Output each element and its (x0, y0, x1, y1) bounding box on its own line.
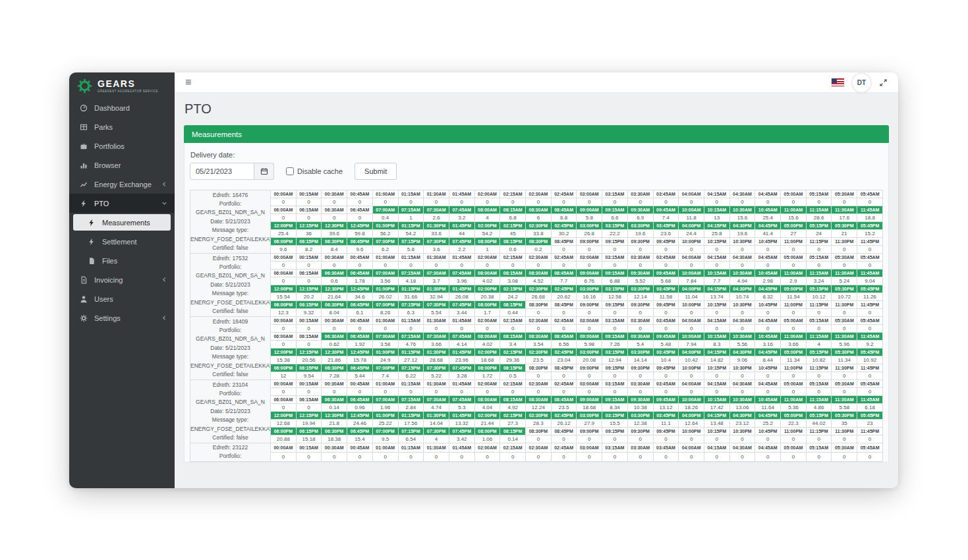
time-header-cell: 11:45AM (857, 206, 883, 214)
measurement-value-cell: 27 (781, 230, 807, 238)
time-header-cell: 00:30AM (322, 254, 347, 262)
measurement-value-cell: 4.74 (424, 404, 449, 412)
time-header-cell: 02:30AM (526, 380, 552, 388)
time-header-cell: 09:30PM (627, 301, 653, 309)
measurement-value-cell: 0 (271, 452, 297, 461)
time-header-cell: 07:00AM (372, 269, 398, 277)
time-header-cell: 09:00PM (577, 238, 602, 246)
disable-cache-checkbox[interactable] (286, 167, 294, 175)
measurement-value-cell: 35 (832, 420, 857, 428)
time-header-row: 06:00PM06:15PM06:30PM06:45PM07:00PM07:15… (190, 428, 883, 435)
time-header-cell: 08:00AM (474, 269, 500, 277)
time-header-cell: 11:15AM (806, 333, 832, 341)
measurement-value-cell: 3.2 (449, 214, 474, 222)
time-header-cell: 08:00PM (474, 428, 500, 435)
menu-toggle-icon[interactable]: ≡ (185, 77, 191, 88)
disable-cache-option[interactable]: Disable cache (286, 167, 343, 175)
time-header-cell: 05:30AM (832, 380, 857, 388)
measurement-value-cell: 0 (653, 452, 679, 461)
sidebar-item-files[interactable]: Files (69, 251, 175, 270)
measurement-value-cell: 26.12 (551, 420, 577, 428)
time-header-cell: 08:45AM (551, 269, 577, 277)
language-flag-us-icon[interactable] (832, 78, 844, 86)
app-logo[interactable]: GEARS GREENEST AGGREGATOR SERVICE (69, 72, 175, 98)
sidebar-item-users[interactable]: Users (69, 289, 175, 308)
time-header-cell: 06:30PM (322, 428, 347, 435)
time-header-cell: 12:00PM (271, 222, 297, 230)
measurement-value-cell: 7.28 (322, 372, 347, 380)
time-header-cell: 00:45AM (347, 443, 373, 453)
measurement-value-cell: 0 (755, 325, 781, 333)
sidebar-item-browser[interactable]: Browser (69, 155, 175, 175)
record-info-line: GEARS_BZ01_NDR_SA_N (190, 271, 270, 280)
delivery-date-input[interactable] (190, 163, 254, 180)
time-header-cell: 06:00PM (271, 238, 297, 246)
measurement-value-cell: 0 (627, 309, 653, 317)
calendar-button[interactable] (254, 163, 274, 180)
time-header-cell: 03:45PM (653, 349, 679, 356)
fullscreen-icon[interactable] (879, 78, 888, 87)
sidebar-item-parks[interactable]: Parks (69, 117, 175, 136)
time-header-cell: 09:30PM (627, 364, 653, 372)
time-header-cell: 03:45AM (653, 443, 679, 453)
value-row: 25.43639.659.856.254.233.64454.24533.830… (190, 230, 883, 238)
time-header-cell: 03:45AM (653, 190, 679, 198)
sidebar-item-energy-exchange[interactable]: Energy Exchange (69, 175, 175, 194)
time-header-cell: 12:30PM (322, 412, 347, 420)
measurement-value-cell: 0 (398, 325, 424, 333)
time-header-cell: 02:00PM (474, 349, 500, 356)
measurement-value-cell: 6.9 (627, 214, 653, 222)
submit-button[interactable]: Submit (355, 163, 397, 180)
time-header-cell: 04:45PM (755, 285, 781, 293)
time-header-cell: 02:45AM (551, 380, 577, 388)
user-avatar[interactable]: DT (853, 74, 870, 92)
measurement-value-cell: 36 (296, 230, 322, 238)
time-header-cell: 04:15AM (704, 380, 729, 388)
time-header-cell: 08:45PM (551, 238, 577, 246)
measurement-value-cell: 0 (577, 388, 602, 396)
measurement-value-cell: 33.8 (526, 230, 552, 238)
time-header-cell: 08:15AM (500, 269, 526, 277)
measurement-value-cell: 0 (449, 198, 474, 206)
gears-logo-icon (77, 78, 92, 94)
time-header-cell: 05:00AM (781, 317, 807, 325)
time-header-cell: 05:30AM (832, 254, 857, 262)
measurement-value-cell: 4.94 (729, 277, 755, 285)
time-header-cell: 03:00PM (577, 412, 602, 420)
measurement-value-cell: 0 (704, 435, 729, 443)
time-header-cell: 03:15AM (602, 254, 628, 262)
time-header-cell: 07:30PM (424, 238, 449, 246)
time-header-cell: 07:00PM (372, 364, 398, 372)
portfolios-icon (79, 142, 88, 150)
sidebar-item-measurements[interactable]: Measurements (73, 214, 171, 231)
time-header-cell: 12:45PM (347, 412, 373, 420)
time-header-cell: 01:45AM (449, 317, 474, 325)
sidebar-item-settings[interactable]: Settings (69, 308, 175, 327)
time-header-cell: 08:30PM (526, 301, 552, 309)
time-header-cell: 02:15PM (500, 412, 526, 420)
sidebar-item-pto[interactable]: PTO (69, 194, 175, 213)
value-row: 20.8815.1818.3815.49.56.5443.421.060.140… (190, 435, 883, 443)
time-header-cell: 09:15PM (602, 428, 628, 435)
time-header-row: 06:00PM06:15PM06:30PM06:45PM07:00PM07:15… (190, 364, 883, 372)
measurement-value-cell: 4.14 (449, 341, 474, 349)
sidebar-item-settlement[interactable]: Settlement (69, 232, 175, 251)
measurement-value-cell: 0 (806, 435, 832, 443)
time-header-cell: 10:30PM (729, 428, 755, 435)
sidebar-item-invoicing[interactable]: Invoicing (69, 270, 175, 289)
sidebar-item-dashboard[interactable]: Dashboard (69, 98, 175, 117)
time-header-cell: 06:30PM (322, 364, 347, 372)
measurement-value-cell: 1.96 (372, 404, 398, 412)
measurement-value-cell: 0 (474, 325, 500, 333)
measurement-value-cell: 21 (832, 230, 857, 238)
sidebar-item-label: Dashboard (94, 104, 130, 112)
measurement-value-cell: 0 (755, 246, 781, 254)
measurement-value-cell: 13.12 (653, 404, 679, 412)
time-header-cell: 10:15PM (704, 301, 729, 309)
measurement-value-cell: 0 (271, 341, 297, 349)
measurement-value-cell: 0 (729, 372, 755, 380)
measurement-value-cell: 12.58 (602, 293, 628, 301)
measurement-value-cell: 8.26 (372, 309, 398, 317)
sidebar-item-portfolios[interactable]: Portfolios (69, 136, 175, 155)
measurement-value-cell: 0 (526, 452, 552, 461)
